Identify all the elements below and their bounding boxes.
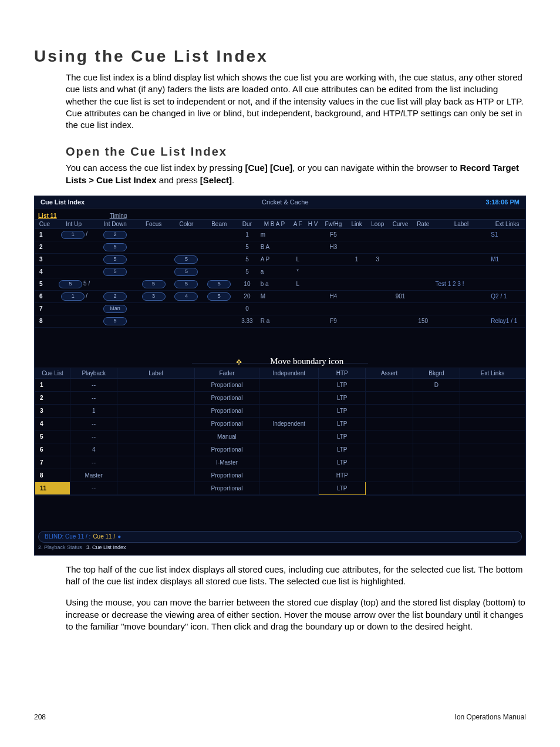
timing-chip: 5 (174, 280, 198, 288)
table-row[interactable]: 555 /55510b aLTest 1 2 3 ! (35, 278, 525, 290)
command-line[interactable]: BLIND: Cue 11 / : Cue 11 / ● (38, 531, 522, 543)
timing-chip: 4 (174, 292, 198, 301)
section-heading: Open the Cue List Index (66, 145, 526, 159)
timing-chip: 2 (103, 231, 127, 239)
table-row[interactable]: 255B AH3 (35, 241, 525, 253)
table-row[interactable]: 853.33R aF9150Relay1 / 1 (35, 315, 525, 327)
blank-area (35, 495, 525, 527)
window-titlebar: Cue List Index Cricket & Cache 3:18:06 P… (35, 196, 525, 208)
tab-cue-list-index[interactable]: 3. Cue List Index (86, 544, 126, 550)
table-row[interactable]: 11/21mF5S1 (35, 228, 525, 241)
column-header: M B A P (259, 220, 291, 229)
timing-chip: 2 (103, 292, 127, 301)
timing-chip: 5 (174, 255, 198, 264)
column-header: Bkgrd (413, 368, 460, 378)
cue-list-index-figure: Cue List Index Cricket & Cache 3:18:06 P… (34, 196, 526, 556)
clock-display: 3:18:06 PM (480, 198, 525, 206)
window-title: Cue List Index (35, 198, 90, 206)
column-header: Focus (137, 220, 170, 229)
page-title: Using the Cue List Index (34, 47, 526, 66)
text-run: and press (157, 175, 200, 185)
column-header: Assert (366, 368, 413, 378)
column-header: Loop (367, 220, 388, 229)
timing-label: Timing (110, 213, 127, 219)
table-row[interactable]: 8MasterProportionalHTP (35, 469, 525, 482)
table-row[interactable]: 7Man0 (35, 302, 525, 315)
boundary-label: Move boundary icon (270, 356, 343, 366)
cmd-terminator-icon: ● (117, 533, 121, 540)
column-header: Independent (259, 368, 319, 378)
timing-chip: Man (103, 305, 127, 313)
column-header: Int Up (55, 220, 93, 229)
tab-playback-status[interactable]: 2. Playback Status (38, 544, 82, 550)
column-header: HTP (319, 368, 366, 378)
column-header: Int Down (93, 220, 137, 229)
column-header: Color (170, 220, 203, 229)
open-paragraph: You can access the cue list index by pre… (66, 162, 526, 186)
column-header: Link (346, 220, 367, 229)
cmd-mode: BLIND: Cue 11 / : (45, 533, 90, 540)
timing-chip: 5 (207, 292, 231, 301)
column-header: Beam (203, 220, 235, 229)
timing-chip: 1 (61, 231, 85, 239)
text-run: . (232, 175, 234, 185)
column-header: Fw/Hg (321, 220, 346, 229)
timing-chip: 5 (174, 268, 198, 276)
table-row[interactable]: 1--ProportionalLTPD (35, 378, 525, 391)
table-row[interactable]: 11--ProportionalLTP (35, 482, 525, 494)
text-run: You can access the cue list index by pre… (66, 163, 245, 173)
cue-list-table: Cue ListPlaybackLabelFaderIndependentHTP… (35, 368, 525, 495)
table-row[interactable]: 2--ProportionalLTP (35, 391, 525, 404)
table-row[interactable]: 61/234520MH4901Q2 / 1 (35, 290, 525, 302)
table-row[interactable]: 5--ManualLTP (35, 430, 525, 443)
timing-chip: 5 (103, 268, 127, 276)
timing-chip: 5 (103, 255, 127, 264)
key-sequence: [Cue] [Cue] (245, 163, 292, 173)
column-header: Label (434, 220, 490, 229)
column-header: Cue List (35, 368, 70, 378)
table-row[interactable]: 4555a* (35, 265, 525, 278)
page-footer: 208 Ion Operations Manual (34, 713, 526, 721)
manual-name: Ion Operations Manual (455, 713, 526, 721)
column-header: Ext Links (489, 220, 525, 229)
window-subtitle: Cricket & Cache (90, 198, 480, 206)
timing-chip: 3 (142, 292, 166, 301)
table-row[interactable]: 3555A PL13M1 (35, 253, 525, 265)
column-header: Dur (235, 220, 259, 229)
table-row[interactable]: 7--I-MasterLTP (35, 456, 525, 469)
timing-chip: 5 (103, 317, 127, 325)
column-header: H V (305, 220, 321, 229)
after-paragraph-2: Using the mouse, you can move the barrie… (66, 597, 526, 632)
key-name: [Select] (200, 175, 232, 185)
table-row[interactable]: 4--ProportionalIndependentLTP (35, 417, 525, 430)
move-boundary-callout: ✥ Move boundary icon (35, 357, 525, 368)
page-number: 208 (34, 713, 46, 721)
column-header: Fader (194, 368, 259, 378)
timing-chip: 5 (142, 280, 166, 288)
column-header: A F (290, 220, 305, 229)
column-header: Rate (413, 220, 434, 229)
column-header: Playback (70, 368, 117, 378)
column-header: Ext Links (460, 368, 525, 378)
table-row[interactable]: 64ProportionalLTP (35, 443, 525, 456)
after-paragraph-1: The top half of the cue list index displ… (66, 564, 526, 588)
tab-bar: 2. Playback Status 3. Cue List Index (35, 544, 525, 555)
intro-paragraph: The cue list index is a blind display li… (66, 72, 526, 131)
column-header: Cue (35, 220, 55, 229)
timing-chip: 5 (207, 280, 231, 288)
timing-chip: 5 (59, 280, 82, 288)
move-boundary-icon[interactable]: ✥ (236, 358, 242, 366)
timing-chip: 1 (61, 292, 85, 301)
cmd-target: Cue 11 / (93, 533, 115, 540)
list-header-row: List 11 Timing (35, 208, 525, 220)
table-row[interactable]: 31ProportionalLTP (35, 404, 525, 417)
column-header: Label (117, 368, 194, 378)
cue-detail-table: CueInt UpInt DownFocusColorBeamDurM B A … (35, 220, 525, 359)
list-label: List 11 (38, 213, 57, 219)
timing-chip: 5 (103, 243, 127, 251)
text-run: , or you can navigate within the browser… (292, 163, 460, 173)
column-header: Curve (388, 220, 413, 229)
